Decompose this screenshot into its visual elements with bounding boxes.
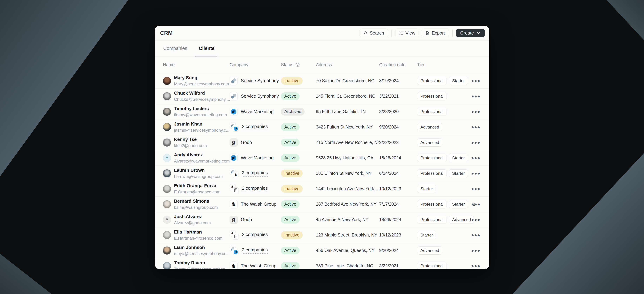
table-row[interactable]: Lauren BrownLbrown@walshgroup.com♞2 comp… <box>155 166 489 181</box>
company-name: Service Symphony <box>241 94 279 99</box>
avatar-initial: A <box>163 216 171 224</box>
client-email: bsim@walshgroup.com <box>174 205 218 210</box>
actions-cell: ●●● <box>472 262 481 269</box>
help-circle-icon[interactable]: ? <box>295 62 300 67</box>
company-cell: ♞The Walsh Group <box>230 200 281 208</box>
name-cell: Jasmin Khanjasmin@servicesymphony.c... <box>163 121 230 133</box>
table-row[interactable]: Mary SungMary@servicesymphony.comService… <box>155 73 489 88</box>
client-name: Tommy Rivers <box>174 260 229 266</box>
company-icon: g <box>230 216 238 224</box>
address-cell: 287 Bedford Ave New York, NY <box>316 202 379 207</box>
tier-cell: Professional <box>417 108 472 116</box>
company-name: The Walsh Group <box>241 263 276 268</box>
table-row[interactable]: Kenny Tsektse2@godo.comgGodoActive715 No… <box>155 135 489 150</box>
company-icons-stack: ♞ <box>230 184 239 193</box>
tier-cell: ProfessionalStarter <box>417 154 472 162</box>
backdrop-band-top-right <box>595 0 644 90</box>
company-cell: ♞The Walsh Group <box>230 262 281 269</box>
tier-badge: Starter <box>449 200 468 208</box>
chevron-down-icon <box>476 31 481 35</box>
tier-badge: Starter <box>417 231 436 239</box>
export-button-label: Export <box>432 30 445 36</box>
company-name[interactable]: 2 companies <box>242 232 268 238</box>
client-name: Ella Hartman <box>174 229 222 235</box>
table-row[interactable]: Ella HartmanE.Hartman@rosenco.com♞2 comp… <box>155 228 489 243</box>
table-row[interactable]: Liam Johnsonmaya@servicesymphony.co...2 … <box>155 243 489 258</box>
table-row[interactable]: Edith Oranga-ForzaE.Oranga@rosenco.com♞2… <box>155 181 489 196</box>
name-cell: Bernard Simonsbsim@walshgroup.com <box>163 198 230 210</box>
export-button[interactable]: Export <box>422 29 449 37</box>
company-icon: ♞ <box>230 200 238 208</box>
row-menu-button[interactable]: ●●● <box>471 170 482 177</box>
row-menu-button[interactable]: ●●● <box>471 139 482 146</box>
company-cell: ♞2 companies <box>230 184 281 193</box>
table-row[interactable]: Bernard Simonsbsim@walshgroup.com♞The Wa… <box>155 196 489 212</box>
client-name: Mary Sung <box>174 75 229 80</box>
row-menu-button[interactable]: ●●● <box>471 77 482 84</box>
client-email: ktse2@godo.com <box>174 143 207 148</box>
creation-date-cell: 6/24/2024 <box>379 171 417 176</box>
name-cell: AAndy AlvarezAlvarez@wavemarketing.com <box>163 152 230 164</box>
table-row[interactable]: AJosh AlvarezAlvarez@godo.comgGodoActive… <box>155 212 489 228</box>
view-button[interactable]: View <box>395 29 419 37</box>
avatar <box>163 185 171 193</box>
name-cell: Liam Johnsonmaya@servicesymphony.co... <box>163 245 230 256</box>
walsh-group-logo-icon: ♞ <box>231 202 236 207</box>
name-cell: Lauren BrownLbrown@walshgroup.com <box>163 168 230 179</box>
table-row[interactable]: AAndy AlvarezAlvarez@wavemarketing.comWa… <box>155 150 489 166</box>
status-cell: Active <box>281 216 316 224</box>
status-cell: Active <box>281 200 316 208</box>
tab-companies[interactable]: Companies <box>163 41 188 56</box>
create-button[interactable]: Create <box>456 29 485 37</box>
client-name: Andy Alvarez <box>174 152 230 158</box>
company-name[interactable]: 2 companies <box>242 186 268 192</box>
creation-date-cell: 8/19/2024 <box>379 78 417 83</box>
company-name[interactable]: 2 companies <box>242 124 268 130</box>
creation-date-cell: 10/12/2023 <box>379 232 417 238</box>
status-cell: Inactive <box>281 77 316 85</box>
status-badge: Inactive <box>281 185 303 193</box>
avatar <box>163 200 171 208</box>
actions-cell: ●●● <box>472 170 481 177</box>
tier-badge: Professional <box>417 216 447 224</box>
wave-marketing-logo-icon <box>234 250 238 254</box>
row-menu-button[interactable]: ●●● <box>471 201 482 208</box>
column-header-company: Company <box>230 62 281 67</box>
status-badge: Active <box>281 247 300 254</box>
row-menu-button[interactable]: ●●● <box>471 108 482 115</box>
search-button[interactable]: Search <box>360 29 388 37</box>
row-menu-button[interactable]: ●●● <box>471 232 482 238</box>
name-cell: Chuck WilfordChuckd@Servicesymphony.... <box>163 90 230 102</box>
document-export-icon <box>426 31 430 35</box>
status-cell: Inactive <box>281 170 316 177</box>
table-row[interactable]: Timothy Leclerctimmy@wavemarketing.comWa… <box>155 104 489 120</box>
company-cell: ♞2 companies <box>230 230 281 240</box>
company-icon <box>230 154 238 162</box>
avatar <box>163 169 171 178</box>
service-symphony-logo-icon <box>231 94 236 99</box>
table-row[interactable]: Chuck WilfordChuckd@Servicesymphony....S… <box>155 88 489 104</box>
row-menu-button[interactable]: ●●● <box>471 262 482 269</box>
client-name: Josh Alvarez <box>174 214 211 219</box>
row-menu-button[interactable]: ●●● <box>471 247 482 254</box>
actions-cell: ●●● <box>472 185 481 192</box>
table-row[interactable]: Jasmin Khanjasmin@servicesymphony.c...2 … <box>155 120 489 135</box>
row-menu-button[interactable]: ●●● <box>471 216 482 223</box>
crm-window: CRM Search View Expo <box>155 26 489 269</box>
creation-date-cell: 9/20/2024 <box>379 124 417 130</box>
actions-cell: ●●● <box>472 216 481 223</box>
tier-cell: Starter <box>417 231 472 239</box>
row-menu-button[interactable]: ●●● <box>471 93 482 100</box>
tab-clients[interactable]: Clients <box>198 41 215 56</box>
tier-cell: ProfessionalAdvanced <box>417 216 472 224</box>
search-button-label: Search <box>370 30 384 36</box>
avatar <box>163 246 171 254</box>
company-name[interactable]: 2 companies <box>242 170 268 176</box>
row-menu-button[interactable]: ●●● <box>471 154 482 162</box>
row-menu-button[interactable]: ●●● <box>471 185 482 192</box>
row-menu-button[interactable]: ●●● <box>471 124 482 130</box>
table-row[interactable]: Tommy RiversTommyR@servicesymphon...♞The… <box>155 258 489 269</box>
wave-marketing-logo-icon <box>234 126 238 131</box>
address-cell: 95 Fifth Lane Gallatin, TN <box>316 109 379 114</box>
company-name[interactable]: 2 companies <box>242 247 268 254</box>
